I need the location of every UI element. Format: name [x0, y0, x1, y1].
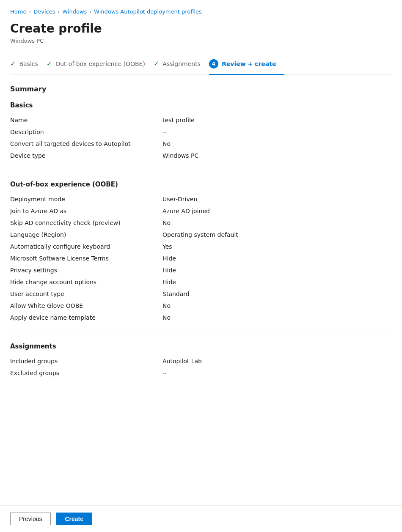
field-value-device-type: Windows PC: [162, 152, 198, 159]
oobe-section: Out-of-box experience (OOBE) Deployment …: [10, 181, 392, 324]
breadcrumb-sep-2: ›: [58, 9, 60, 15]
field-user-account: User account type Standard: [10, 288, 392, 300]
wizard-step-assignments[interactable]: ✓ Assignments: [154, 55, 209, 74]
field-label-description: Description: [10, 129, 162, 135]
field-value-description: --: [162, 129, 167, 135]
field-label-skip-ad: Skip AD connectivity check (preview): [10, 219, 162, 226]
create-button[interactable]: Create: [56, 513, 92, 525]
field-skip-ad: Skip AD connectivity check (preview) No: [10, 217, 392, 229]
breadcrumb-sep-1: ›: [29, 9, 31, 15]
field-label-privacy: Privacy settings: [10, 267, 162, 274]
field-device-template: Apply device name template No: [10, 312, 392, 324]
basics-section: Basics Name test profile Description -- …: [10, 101, 392, 162]
breadcrumb-windows[interactable]: Windows: [62, 8, 87, 15]
wizard-step-oobe-label: Out-of-box experience (OOBE): [55, 60, 145, 67]
page-subtitle: Windows PC: [10, 38, 392, 44]
field-deployment-mode: Deployment mode User-Driven: [10, 193, 392, 205]
breadcrumb-devices[interactable]: Devices: [33, 8, 55, 15]
field-keyboard: Automatically configure keyboard Yes: [10, 241, 392, 252]
field-label-hide-account: Hide change account options: [10, 279, 162, 285]
wizard-step-assignments-label: Assignments: [162, 60, 201, 67]
field-value-white-glove: No: [162, 302, 171, 309]
field-convert: Convert all targeted devices to Autopilo…: [10, 138, 392, 150]
field-value-language: Operating system default: [162, 231, 238, 238]
field-label-name: Name: [10, 117, 162, 123]
field-label-license: Microsoft Software License Terms: [10, 255, 162, 262]
field-value-deployment-mode: User-Driven: [162, 196, 197, 203]
summary-section: Summary Basics Name test profile Descrip…: [10, 85, 392, 379]
field-value-privacy: Hide: [162, 267, 176, 274]
field-label-device-template: Apply device name template: [10, 314, 162, 321]
summary-title: Summary: [10, 85, 392, 93]
field-value-name: test profile: [162, 117, 195, 123]
wizard-step-review[interactable]: 4 Review + create: [209, 54, 284, 74]
field-label-excluded-groups: Excluded groups: [10, 370, 162, 376]
field-excluded-groups: Excluded groups --: [10, 367, 392, 379]
wizard-step-basics[interactable]: ✓ Basics: [10, 55, 47, 74]
field-privacy: Privacy settings Hide: [10, 264, 392, 276]
field-label-white-glove: Allow White Glove OOBE: [10, 302, 162, 309]
field-value-skip-ad: No: [162, 219, 171, 226]
breadcrumb-autopilot: Windows Autopilot deployment profiles: [94, 8, 202, 15]
wizard-step-basics-label: Basics: [19, 60, 38, 67]
breadcrumb: Home › Devices › Windows › Windows Autop…: [10, 8, 392, 15]
page-title: Create profile: [10, 22, 392, 36]
field-label-convert: Convert all targeted devices to Autopilo…: [10, 140, 162, 147]
breadcrumb-home[interactable]: Home: [10, 8, 26, 15]
assignments-section-title: Assignments: [10, 343, 392, 350]
check-icon-oobe: ✓: [47, 60, 52, 68]
assignments-section: Assignments Included groups Autopilot La…: [10, 343, 392, 379]
basics-section-title: Basics: [10, 101, 392, 109]
field-value-keyboard: Yes: [162, 243, 172, 250]
field-value-hide-account: Hide: [162, 279, 176, 285]
divider-2: [10, 334, 392, 334]
field-label-user-account: User account type: [10, 291, 162, 297]
check-icon-basics: ✓: [10, 60, 16, 68]
field-device-type: Device type Windows PC: [10, 150, 392, 162]
field-included-groups: Included groups Autopilot Lab: [10, 355, 392, 367]
field-label-keyboard: Automatically configure keyboard: [10, 243, 162, 250]
divider-1: [10, 172, 392, 172]
footer: Previous Create: [0, 505, 402, 532]
field-join-azure: Join to Azure AD as Azure AD joined: [10, 205, 392, 217]
field-value-excluded-groups: --: [162, 370, 167, 376]
field-description: Description --: [10, 126, 392, 138]
field-hide-account: Hide change account options Hide: [10, 276, 392, 288]
field-license: Microsoft Software License Terms Hide: [10, 252, 392, 264]
wizard-step-review-label: Review + create: [222, 60, 276, 67]
field-language: Language (Region) Operating system defau…: [10, 229, 392, 241]
field-value-join-azure: Azure AD joined: [162, 208, 210, 214]
wizard-steps: ✓ Basics ✓ Out-of-box experience (OOBE) …: [10, 54, 392, 75]
field-label-included-groups: Included groups: [10, 358, 162, 365]
field-value-device-template: No: [162, 314, 171, 321]
field-value-user-account: Standard: [162, 291, 190, 297]
field-value-license: Hide: [162, 255, 176, 262]
field-white-glove: Allow White Glove OOBE No: [10, 300, 392, 312]
field-label-language: Language (Region): [10, 231, 162, 238]
field-value-convert: No: [162, 140, 171, 147]
wizard-step-oobe[interactable]: ✓ Out-of-box experience (OOBE): [47, 55, 154, 74]
field-name: Name test profile: [10, 114, 392, 126]
breadcrumb-sep-3: ›: [89, 9, 91, 15]
oobe-section-title: Out-of-box experience (OOBE): [10, 181, 392, 188]
previous-button[interactable]: Previous: [10, 513, 51, 525]
check-icon-assignments: ✓: [154, 60, 159, 68]
field-value-included-groups: Autopilot Lab: [162, 358, 202, 365]
field-label-deployment-mode: Deployment mode: [10, 196, 162, 203]
field-label-device-type: Device type: [10, 152, 162, 159]
field-label-join-azure: Join to Azure AD as: [10, 208, 162, 214]
step-number-review: 4: [209, 59, 218, 69]
